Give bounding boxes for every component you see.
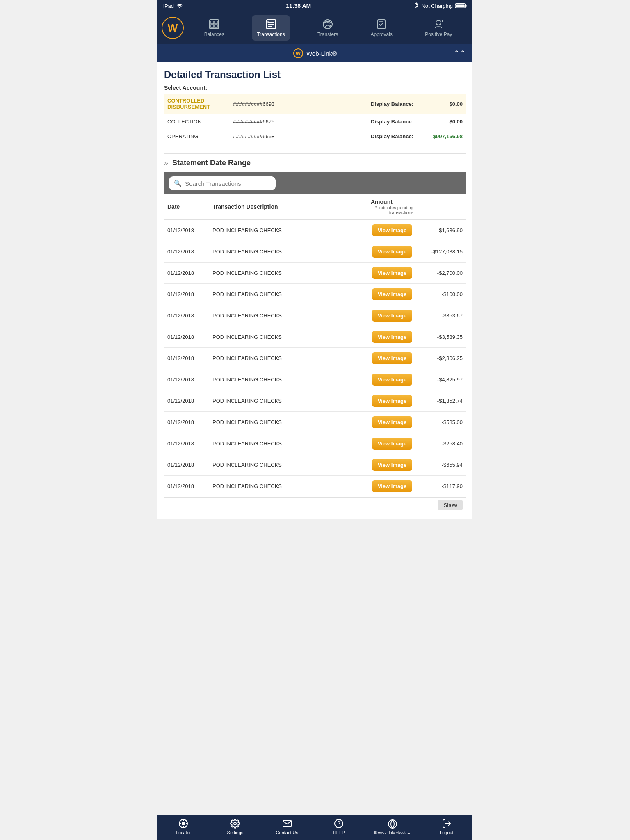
tx-action: View Image <box>368 369 417 390</box>
view-image-button[interactable]: View Image <box>372 246 413 258</box>
nav-item-balances[interactable]: Balances <box>199 15 229 41</box>
tx-action: View Image <box>368 348 417 369</box>
tx-date: 01/12/2018 <box>164 412 209 433</box>
date-range-label: Statement Date Range <box>172 159 251 167</box>
svg-rect-2 <box>456 5 465 7</box>
tx-description: POD INCLEARING CHECKS <box>209 262 368 284</box>
view-image-button[interactable]: View Image <box>372 331 413 343</box>
transfers-icon <box>322 18 333 30</box>
search-bar-wrapper: 🔍 <box>164 172 466 194</box>
weblink-logo-text: W <box>296 50 301 57</box>
nav-item-positive-pay[interactable]: Positive Pay <box>420 15 457 41</box>
view-image-button[interactable]: View Image <box>372 224 413 236</box>
balances-label: Balances <box>204 32 224 37</box>
view-image-button[interactable]: View Image <box>372 288 413 300</box>
tx-action: View Image <box>368 305 417 326</box>
tx-amount: -$1,352.74 <box>417 390 466 412</box>
approvals-label: Approvals <box>371 32 393 37</box>
app-logo[interactable]: W <box>162 17 184 39</box>
account-number: ##########6675 <box>230 114 322 129</box>
battery-icon <box>455 3 467 9</box>
transfers-label: Transfers <box>317 32 338 37</box>
view-image-button[interactable]: View Image <box>372 352 413 364</box>
table-row: 01/12/2018 POD INCLEARING CHECKS View Im… <box>164 326 466 348</box>
svg-rect-1 <box>466 5 467 7</box>
approvals-icon <box>376 18 387 30</box>
view-image-button[interactable]: View Image <box>372 267 413 279</box>
tx-description: POD INCLEARING CHECKS <box>209 390 368 412</box>
tx-action: View Image <box>368 433 417 454</box>
tx-action: View Image <box>368 284 417 305</box>
main-content: Detailed Transaction List Select Account… <box>158 62 472 519</box>
collapse-icon[interactable]: ⌃⌃ <box>454 49 466 58</box>
positive-pay-label: Positive Pay <box>425 32 452 37</box>
tx-date: 01/12/2018 <box>164 241 209 262</box>
tx-action: View Image <box>368 454 417 476</box>
tx-amount: -$4,825.97 <box>417 369 466 390</box>
nav-item-transfers[interactable]: Transfers <box>313 15 343 41</box>
tx-date: 01/12/2018 <box>164 262 209 284</box>
device-label: iPad <box>163 3 174 9</box>
account-row[interactable]: OPERATING ##########6668 Display Balance… <box>164 129 466 144</box>
tx-action: View Image <box>368 326 417 348</box>
table-row: 01/12/2018 POD INCLEARING CHECKS View Im… <box>164 241 466 262</box>
expand-icon[interactable]: » <box>164 159 168 167</box>
svg-point-17 <box>436 20 441 25</box>
col-header-date: Date <box>164 194 209 219</box>
tx-description: POD INCLEARING CHECKS <box>209 219 368 241</box>
tx-action: View Image <box>368 390 417 412</box>
tx-amount: -$1,636.90 <box>417 219 466 241</box>
tx-date: 01/12/2018 <box>164 476 209 497</box>
transactions-icon: ≡ <box>265 18 277 30</box>
show-button[interactable]: Show <box>438 500 463 510</box>
tx-date: 01/12/2018 <box>164 390 209 412</box>
table-row: 01/12/2018 POD INCLEARING CHECKS View Im… <box>164 369 466 390</box>
tx-description: POD INCLEARING CHECKS <box>209 348 368 369</box>
tx-description: POD INCLEARING CHECKS <box>209 454 368 476</box>
table-row: 01/12/2018 POD INCLEARING CHECKS View Im… <box>164 412 466 433</box>
view-image-button[interactable]: View Image <box>372 374 413 386</box>
view-image-button[interactable]: View Image <box>372 416 413 428</box>
search-input[interactable] <box>185 180 271 187</box>
show-row: Show <box>164 497 466 513</box>
tx-description: POD INCLEARING CHECKS <box>209 305 368 326</box>
tx-date: 01/12/2018 <box>164 433 209 454</box>
nav-items: Balances ≡ Transactions <box>188 15 468 41</box>
charging-label: Not Charging <box>421 3 453 9</box>
tx-description: POD INCLEARING CHECKS <box>209 241 368 262</box>
table-row: 01/12/2018 POD INCLEARING CHECKS View Im… <box>164 348 466 369</box>
view-image-button[interactable]: View Image <box>372 310 413 322</box>
tx-date: 01/12/2018 <box>164 219 209 241</box>
view-image-button[interactable]: View Image <box>372 395 413 407</box>
table-row: 01/12/2018 POD INCLEARING CHECKS View Im… <box>164 284 466 305</box>
weblink-center: W Web-Link® <box>176 48 454 58</box>
tx-date: 01/12/2018 <box>164 348 209 369</box>
view-image-button[interactable]: View Image <box>372 459 413 471</box>
tx-date: 01/12/2018 <box>164 454 209 476</box>
tx-description: POD INCLEARING CHECKS <box>209 433 368 454</box>
weblink-brand: Web-Link® <box>306 50 337 57</box>
account-row[interactable]: COLLECTION ##########6675 Display Balanc… <box>164 114 466 129</box>
table-row: 01/12/2018 POD INCLEARING CHECKS View Im… <box>164 476 466 497</box>
tx-amount: -$3,589.35 <box>417 326 466 348</box>
view-image-button[interactable]: View Image <box>372 480 413 492</box>
wifi-icon <box>176 3 183 8</box>
svg-rect-5 <box>215 21 217 24</box>
account-row[interactable]: CONTROLLEDDISBURSEMENT ##########6693 Di… <box>164 94 466 114</box>
account-name: COLLECTION <box>164 114 230 129</box>
nav-item-approvals[interactable]: Approvals <box>366 15 397 41</box>
view-image-button[interactable]: View Image <box>372 438 413 450</box>
tx-date: 01/12/2018 <box>164 305 209 326</box>
tx-action: View Image <box>368 241 417 262</box>
tx-amount: -$117.90 <box>417 476 466 497</box>
bluetooth-icon <box>414 2 419 9</box>
status-left: iPad <box>163 3 183 9</box>
table-row: 01/12/2018 POD INCLEARING CHECKS View Im… <box>164 433 466 454</box>
nav-item-transactions[interactable]: ≡ Transactions <box>252 15 290 41</box>
account-table: CONTROLLEDDISBURSEMENT ##########6693 Di… <box>164 94 466 144</box>
date-range-section[interactable]: » Statement Date Range <box>164 153 466 172</box>
svg-text:≡: ≡ <box>267 21 269 24</box>
tx-description: POD INCLEARING CHECKS <box>209 412 368 433</box>
transaction-table: Date Transaction Description Amount * in… <box>164 194 466 497</box>
account-number: ##########6693 <box>230 94 322 114</box>
